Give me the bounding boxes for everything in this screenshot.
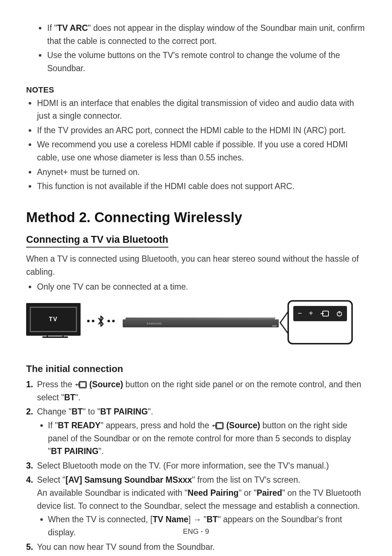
step-5: You can now hear TV sound from the Sound… [37, 541, 366, 554]
bluetooth-icon [87, 315, 115, 328]
tv-label: TV [49, 316, 58, 323]
plus-icon: + [309, 309, 313, 318]
page-footer: ENG - 9 [0, 527, 392, 536]
wireless-diagram: TV SAMSUNG − + [26, 300, 366, 347]
step-2-sub: If "BT READY" appears, press and hold th… [48, 419, 366, 458]
source-icon [212, 421, 224, 429]
bullet-volume: Use the volume buttons on the TV's remot… [46, 49, 366, 75]
note-item: If the TV provides an ARC port, connect … [36, 124, 366, 137]
source-icon [320, 310, 329, 317]
note-item: HDMI is an interface that enables the di… [36, 97, 366, 123]
note-item: This function is not available if the HD… [36, 180, 366, 193]
step-3: Select Bluetooth mode on the TV. (For mo… [37, 459, 366, 473]
power-icon [336, 310, 343, 317]
note-item: Anynet+ must be turned on. [36, 166, 366, 179]
method-title: Method 2. Connecting Wirelessly [26, 210, 366, 225]
bluetooth-intro: When a TV is connected using Bluetooth, … [26, 253, 366, 278]
svg-rect-4 [80, 382, 86, 387]
page-content: If "TV ARC" does not appear in the displ… [0, 0, 392, 553]
note-item: We recommend you use a coreless HDMI cab… [36, 138, 366, 164]
tv-graphic: TV [26, 303, 81, 336]
step-1: Press the (Source) button on the right s… [37, 378, 366, 404]
initial-connection-heading: The initial connection [26, 363, 366, 375]
bluetooth-bullet: Only one TV can be connected at a time. [36, 281, 366, 294]
notes-list: HDMI is an interface that enables the di… [36, 97, 366, 193]
svg-rect-6 [217, 423, 222, 428]
side-panel-graphic: − + [287, 300, 353, 344]
bluetooth-bullets: Only one TV can be connected at a time. [36, 281, 366, 294]
step-2: Change "BT" to "BT PAIRING". If "BT READ… [37, 405, 366, 458]
source-icon [75, 380, 87, 388]
bluetooth-heading: Connecting a TV via Bluetooth [26, 234, 168, 248]
soundbar-graphic: SAMSUNG [123, 318, 279, 329]
minus-icon: − [298, 309, 302, 318]
notes-heading: NOTES [26, 85, 366, 95]
top-bullet-list: If "TV ARC" does not appear in the displ… [46, 22, 366, 75]
bullet-tv-arc: If "TV ARC" does not appear in the displ… [46, 22, 366, 48]
